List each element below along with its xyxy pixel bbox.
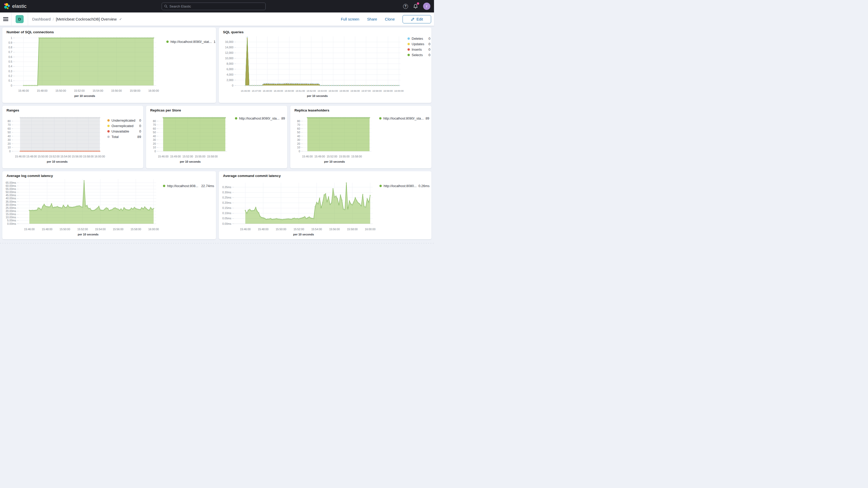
legend-item[interactable]: Inserts0 <box>407 47 430 52</box>
svg-text:10: 10 <box>297 146 300 149</box>
legend: http://localhost:8080/_stat...1 <box>166 39 214 44</box>
svg-text:8,000: 8,000 <box>227 62 234 65</box>
legend-item[interactable]: Overreplicated0 <box>107 123 141 129</box>
global-search[interactable] <box>162 3 266 10</box>
legend-item[interactable]: http://localhost:8080/_sta...89 <box>379 116 428 121</box>
share-button[interactable]: Share <box>367 17 377 21</box>
svg-text:5.00ms: 5.00ms <box>7 219 16 222</box>
chart-avg-log-commit-latency: 0.00ms5.00ms10.00ms15.00ms20.00ms25.00ms… <box>2 171 216 239</box>
svg-text:40: 40 <box>297 134 300 138</box>
chart-avg-command-commit-latency: 0.00ms0.05ms0.10ms0.15ms0.20ms0.25ms0.30… <box>219 171 431 239</box>
legend-label: http://localhost:8080/_sta... <box>239 116 279 120</box>
svg-text:10.00ms: 10.00ms <box>6 216 16 219</box>
svg-text:15:58:00: 15:58:00 <box>130 89 140 92</box>
svg-text:15:58:00: 15:58:00 <box>351 155 362 158</box>
legend-swatch-icon <box>407 48 410 51</box>
svg-text:15:52:00: 15:52:00 <box>327 155 337 158</box>
clone-button[interactable]: Clone <box>385 17 395 21</box>
brand-wordmark: elastic <box>12 3 27 9</box>
svg-text:4,000: 4,000 <box>227 73 234 76</box>
svg-text:15:52:00: 15:52:00 <box>49 155 60 158</box>
svg-text:35.00ms: 35.00ms <box>6 200 16 203</box>
svg-text:0.15ms: 0.15ms <box>222 206 231 209</box>
svg-text:15:50:00: 15:50:00 <box>276 227 286 231</box>
svg-text:20: 20 <box>153 142 156 145</box>
svg-text:0.20ms: 0.20ms <box>222 201 231 204</box>
legend-label: Inserts <box>412 48 422 52</box>
dashboard-initial-badge: D <box>16 15 24 23</box>
svg-text:15:46:00: 15:46:00 <box>158 155 168 158</box>
legend-item[interactable]: Unavailable0 <box>107 129 141 134</box>
search-input[interactable] <box>169 4 263 8</box>
legend-item[interactable]: Updates0 <box>407 41 430 47</box>
svg-text:15:55:00: 15:55:00 <box>339 90 349 92</box>
legend-item[interactable]: http://localhost:808...22.74ms <box>163 183 214 189</box>
legend-swatch-icon <box>379 117 381 120</box>
svg-text:16,000: 16,000 <box>225 40 234 43</box>
svg-text:per 10 seconds: per 10 seconds <box>293 233 314 236</box>
svg-text:15:52:00: 15:52:00 <box>293 227 304 231</box>
breadcrumb-separator: / <box>53 17 54 21</box>
dashboard-avatar-cell[interactable]: D <box>11 12 28 26</box>
svg-text:0.4: 0.4 <box>8 65 12 68</box>
user-avatar[interactable]: r <box>423 3 430 10</box>
notifications-button[interactable] <box>413 4 418 9</box>
legend-item[interactable]: http://localhost:8080/_sta...89 <box>235 116 283 121</box>
svg-text:80: 80 <box>297 120 300 123</box>
edit-button[interactable]: Edit <box>403 15 431 23</box>
legend-value: 0 <box>429 42 430 46</box>
svg-text:15:52:00: 15:52:00 <box>182 155 193 158</box>
full-screen-button[interactable]: Full screen <box>341 17 359 21</box>
panel-avg-log-commit-latency: Average log commit latency 0.00ms5.00ms1… <box>2 171 216 239</box>
legend-item[interactable]: Underreplicated0 <box>107 118 141 123</box>
svg-text:15:56:00: 15:56:00 <box>72 155 82 158</box>
svg-text:15:59:00: 15:59:00 <box>383 90 393 92</box>
svg-text:40.00ms: 40.00ms <box>6 197 16 200</box>
legend: http://localhost:808...22.74ms <box>163 183 214 189</box>
elastic-logo[interactable]: elastic <box>0 3 27 10</box>
breadcrumb-dashboard[interactable]: Dashboard <box>32 17 51 21</box>
svg-text:15:49:00: 15:49:00 <box>170 155 181 158</box>
help-icon[interactable]: ? <box>403 4 408 9</box>
svg-text:15:48:00: 15:48:00 <box>42 227 53 231</box>
chart-replicas-per-store: 0102030405060708015:46:0015:49:0015:52:0… <box>146 106 287 169</box>
legend-item[interactable]: Selects0 <box>407 52 430 58</box>
svg-text:70: 70 <box>7 123 11 126</box>
svg-text:10: 10 <box>153 146 156 149</box>
legend-item[interactable]: http://localhost:8080...0.26ms <box>379 183 428 189</box>
svg-text:50: 50 <box>297 131 300 134</box>
legend-label: Underreplicated <box>112 119 135 122</box>
svg-text:0.5: 0.5 <box>8 60 12 63</box>
svg-text:15:58:00: 15:58:00 <box>83 155 94 158</box>
svg-text:15:46:00: 15:46:00 <box>241 90 250 92</box>
legend-item[interactable]: http://localhost:8080/_stat...1 <box>166 39 214 44</box>
legend-value: 89 <box>137 135 141 139</box>
chart-sql-queries: 02,0004,0006,0008,00010,00012,00014,0001… <box>219 28 431 103</box>
saved-check-icon[interactable]: ✓ <box>119 17 122 21</box>
elastic-logo-icon <box>4 3 10 10</box>
svg-text:per 10 seconds: per 10 seconds <box>47 160 68 163</box>
pencil-icon <box>411 18 414 21</box>
svg-text:15:48:00: 15:48:00 <box>37 89 48 92</box>
svg-text:0.6: 0.6 <box>8 55 12 58</box>
legend-value: 0 <box>429 53 430 57</box>
svg-text:45.00ms: 45.00ms <box>6 193 16 197</box>
panel-replica-leaseholders: Replica leaseholders 0102030405060708015… <box>290 106 431 169</box>
edit-button-label: Edit <box>416 17 423 21</box>
legend-value: 1 <box>214 40 215 44</box>
svg-text:40: 40 <box>7 134 11 138</box>
svg-text:15:54:00: 15:54:00 <box>329 90 338 92</box>
legend-item[interactable]: Total89 <box>107 134 141 140</box>
svg-text:30.00ms: 30.00ms <box>6 203 16 206</box>
legend-swatch-icon <box>107 119 110 122</box>
menu-icon[interactable] <box>0 12 11 26</box>
svg-text:20.00ms: 20.00ms <box>6 209 16 213</box>
svg-text:15:54:00: 15:54:00 <box>60 155 71 158</box>
svg-text:per 10 seconds: per 10 seconds <box>180 160 200 163</box>
svg-text:15:58:00: 15:58:00 <box>207 155 218 158</box>
svg-text:30: 30 <box>297 138 300 141</box>
svg-text:50.00ms: 50.00ms <box>6 190 16 193</box>
svg-text:80: 80 <box>153 120 156 123</box>
legend-item[interactable]: Deletes0 <box>407 36 430 41</box>
legend-swatch-icon <box>379 185 382 187</box>
